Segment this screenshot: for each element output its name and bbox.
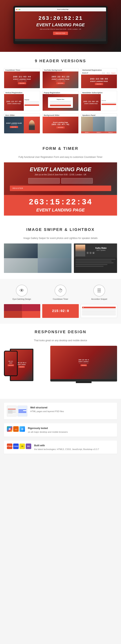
phone-countdown: 265:23:	[8, 361, 13, 362]
version-preview-6: 265:22:50:25 Event Landing Page Subscrib…	[81, 94, 117, 111]
version-preview-4: 265:22:57:55 Event Landing Page Register	[4, 94, 40, 111]
gallery-img-1	[4, 244, 38, 258]
laptop-register-btn[interactable]: REGISTER	[80, 364, 87, 366]
lightbox-line-1	[76, 259, 116, 260]
version-preview-5: 265:22:35:12 Event Landing Register Now	[42, 94, 78, 111]
fp-timer-number: 215:02:0	[52, 309, 69, 313]
lightbox-person-image	[76, 245, 85, 256]
version-card-horiz[interactable]: Horizontal Registration Event LP Home Ab…	[81, 68, 117, 88]
accordion-item-1	[82, 309, 116, 310]
swiper-section: IMAGE SWIPER & LIGHTBOX Image Gallery Sw…	[0, 222, 121, 279]
version-label-4: Vertical Registration	[4, 91, 40, 94]
html-pages-icon	[7, 406, 17, 416]
tech-text-html: Well structured HTML pages and layered P…	[30, 406, 114, 413]
tech-icons-html	[7, 406, 27, 416]
form-email-input[interactable]	[61, 178, 93, 184]
social-tw-icon[interactable]: t	[90, 252, 92, 254]
laptop-event-title: Event Landing I	[78, 361, 89, 362]
hero-register-btn[interactable]: REGISTER	[53, 32, 68, 35]
firefox-icon: 🦊	[13, 426, 19, 432]
accordion-icon: ☰	[93, 285, 105, 296]
versions-section: 9 HEADER VERSIONS Countdown Timer 265:21…	[0, 52, 121, 140]
timer-display: 263:15:22:34 Event Landing Page	[4, 195, 117, 216]
lightbox-info: Kathy Blake CEO / Speaker f t in	[86, 247, 116, 254]
phone-register-btn[interactable]: REGISTER	[8, 364, 14, 366]
tech-title-browsers: Rigorously tested	[28, 427, 48, 430]
social-li-icon[interactable]: in	[92, 252, 95, 254]
version-label-9: Speakers Panel	[81, 114, 117, 117]
tech-desc-html: HTML pages and layered PSD files	[30, 410, 114, 413]
bootstrap-icon: BS	[26, 444, 31, 449]
tech-row-stack: HTML5 CSS3 JS BS Built with the latest t…	[4, 440, 117, 454]
accordion-dot	[83, 307, 84, 308]
laptop-screen: 263:20:52:21 Event Landing Page Join us …	[15, 12, 106, 39]
hero-subtitle: Join us on the 22nd of June from 9:00 - …	[18, 28, 103, 30]
js-icon: JS	[20, 444, 25, 449]
eye-catching-icon: 👁	[16, 285, 28, 296]
responsive-title: RESPONSIVE DESIGN	[4, 330, 117, 334]
chrome-icon: ⊕	[7, 426, 12, 432]
responsive-devices: 265:23:03:4 Event Landing I Join us on t…	[4, 346, 117, 389]
version-card-hero[interactable]: Hero Slider Event Landing Slide 22nd of …	[4, 113, 40, 134]
version-preview-8: Event Landing Page 265:22:47:41 REGISTER	[42, 117, 78, 133]
version-label-6: Newsletter Subscription	[81, 91, 117, 94]
laptop-base	[15, 39, 106, 41]
tech-desc-stack: the latest technologies: HTML5, CSS3, Ja…	[34, 448, 114, 451]
psd-icon	[18, 406, 27, 416]
version-preview-2: 265:22:01:23 Event Landing Page 22nd of …	[42, 72, 78, 88]
form-register-btn[interactable]: REGISTER	[10, 186, 111, 191]
fp-timer-preview: 215:02:0	[42, 304, 78, 318]
swiper-gallery[interactable]	[4, 244, 72, 273]
phone-screen: 265:23: Event REGISTER	[4, 351, 18, 376]
version-preview-9: Speaker 1 Speaker 2 Speaker 3	[81, 117, 117, 133]
form-event-title: Event Landing Page	[10, 166, 111, 172]
version-card-speakers[interactable]: Speakers Panel Speaker 1 Speaker 2 Speak…	[81, 113, 117, 134]
tablet-countdown: 265:23:03:4	[17, 362, 26, 364]
lightbox-header: Kathy Blake CEO / Speaker f t in	[74, 244, 117, 258]
version-card-popup[interactable]: Popup Registration 265:22:35:12 Event La…	[42, 91, 78, 111]
form-input-row	[10, 178, 111, 184]
feature-item-design: 👁 Eye-Catching Design	[4, 285, 40, 300]
version-label-7: Hero Slider	[4, 114, 40, 117]
features-grid: 👁 Eye-Catching Design ⏱ Countdown Timer …	[4, 285, 117, 300]
accordion-item-active	[82, 307, 116, 308]
version-preview-3: Event LP Home About Register 263:22:58:5…	[81, 72, 117, 88]
version-label-5: Popup Registration	[42, 91, 78, 94]
html5-icon: HTML5	[7, 444, 12, 449]
fp-g1	[4, 304, 22, 311]
swiper-previews: Kathy Blake CEO / Speaker f t in	[4, 244, 117, 273]
version-preview-1: 265:21:03:44 Event Landing Page 22nd of …	[4, 72, 40, 88]
nav-dot-green	[19, 9, 20, 10]
fp-gallery-preview	[4, 304, 40, 318]
laptop-nav: Event Landing Page	[15, 8, 106, 12]
social-fb-icon[interactable]: f	[86, 252, 89, 254]
tech-text-stack: Built with the latest technologies: HTML…	[34, 444, 114, 451]
version-card-bgslider[interactable]: Background Slider Event Landing Page 265…	[42, 113, 78, 134]
laptop-stand-resp	[76, 382, 92, 383]
device-phone: 265:23: Event REGISTER	[4, 351, 18, 379]
version-card-newsletter[interactable]: Newsletter Subscription 265:22:50:25 Eve…	[81, 91, 117, 111]
form-name-input[interactable]	[28, 178, 60, 184]
tech-icons-stack: HTML5 CSS3 JS BS	[7, 444, 31, 449]
feature-label-timer: Countdown Timer	[53, 298, 68, 300]
version-card-youtube[interactable]: YouTube Background 265:22:01:23 Event La…	[42, 68, 78, 88]
version-label-8: Background Slider	[42, 114, 78, 117]
timer-number: 263:15:22:34	[8, 198, 113, 207]
tablet-register-btn[interactable]: REGISTER	[18, 366, 25, 368]
version-card-countdown[interactable]: Countdown Timer 265:21:03:44 Event Landi…	[4, 68, 40, 88]
accordion-item-2	[82, 310, 116, 312]
feature-label-accordion: Accordion Snippet	[91, 298, 107, 300]
features-preview-grid: 215:02:0	[4, 304, 117, 318]
version-card-vert[interactable]: Vertical Registration 265:22:57:55 Event…	[4, 91, 40, 111]
hero-countdown: 263:20:52:21	[18, 15, 103, 22]
fp-accordion-preview	[81, 304, 117, 318]
version-label-1: Countdown Timer	[4, 68, 40, 72]
speaker-social: f t in	[86, 252, 116, 254]
fp-g2	[22, 304, 40, 311]
vp-title-1: Event Landing Page	[13, 78, 31, 80]
safari-icon: ◎	[20, 426, 25, 432]
form-timer-title: FORM & TIMER	[4, 146, 117, 151]
versions-title: 9 HEADER VERSIONS	[4, 59, 117, 63]
lightbox-panel[interactable]: Kathy Blake CEO / Speaker f t in	[74, 244, 117, 273]
lightbox-line-3	[76, 262, 114, 263]
